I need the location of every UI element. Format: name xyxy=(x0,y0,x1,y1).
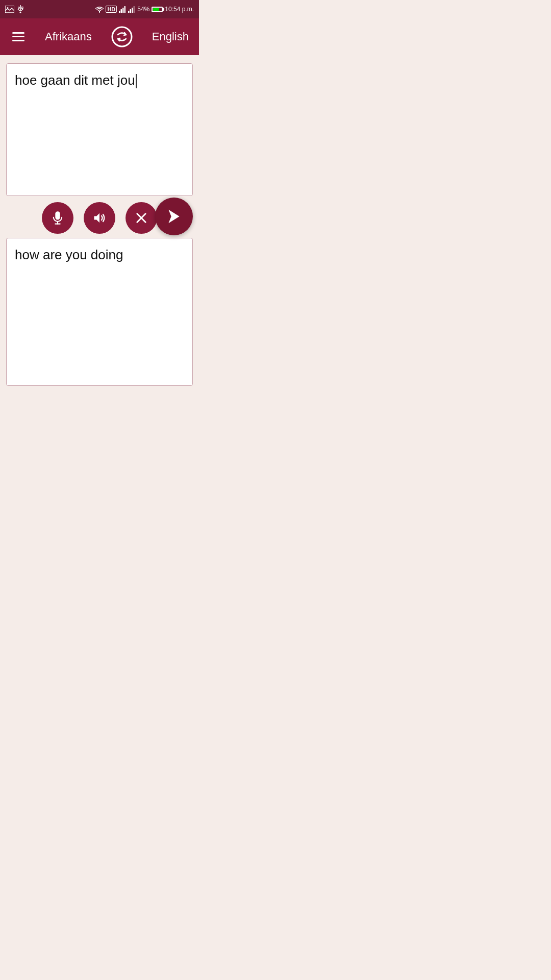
battery-percent: 54% xyxy=(137,6,149,13)
source-text[interactable]: hoe gaan dit met jou xyxy=(15,71,184,89)
status-right-icons: HD 54% 10:54 p.m. xyxy=(95,6,194,13)
target-text: how are you doing xyxy=(15,246,184,264)
swap-icon xyxy=(111,26,133,47)
menu-line-3 xyxy=(12,40,24,41)
speaker-button[interactable] xyxy=(84,202,115,234)
battery-icon xyxy=(152,7,163,12)
microphone-button[interactable] xyxy=(42,202,73,234)
svg-rect-9 xyxy=(121,9,122,13)
header: Afrikaans English xyxy=(0,18,199,55)
svg-rect-11 xyxy=(124,6,126,13)
text-cursor xyxy=(136,74,137,88)
controls-area xyxy=(6,195,193,238)
image-icon xyxy=(5,6,14,13)
wifi-status-icon xyxy=(95,6,104,13)
send-icon xyxy=(166,208,182,225)
menu-button[interactable] xyxy=(10,30,27,43)
svg-marker-19 xyxy=(94,213,100,223)
swap-languages-button[interactable] xyxy=(110,25,134,48)
svg-point-7 xyxy=(20,12,21,13)
main-content: hoe gaan dit met jou xyxy=(0,63,199,386)
svg-rect-14 xyxy=(132,8,133,13)
clear-icon xyxy=(134,211,148,225)
status-bar: HD 54% 10:54 p.m. xyxy=(0,0,199,18)
svg-point-16 xyxy=(112,27,132,46)
target-text-content: how are you doing xyxy=(15,247,123,262)
svg-marker-22 xyxy=(168,210,179,224)
time-display: 10:54 p.m. xyxy=(165,6,194,13)
svg-rect-15 xyxy=(134,6,135,13)
microphone-icon xyxy=(51,211,65,225)
svg-rect-13 xyxy=(130,9,132,13)
menu-line-2 xyxy=(12,36,24,38)
source-text-content: hoe gaan dit met jou xyxy=(15,72,135,88)
svg-rect-12 xyxy=(128,11,130,13)
speaker-icon xyxy=(92,211,107,225)
menu-line-1 xyxy=(12,32,24,34)
usb-icon xyxy=(17,5,23,13)
svg-rect-8 xyxy=(119,11,120,13)
target-language-label[interactable]: English xyxy=(152,30,189,43)
translate-send-button[interactable] xyxy=(155,198,193,235)
signal-icon-2 xyxy=(128,6,135,13)
svg-rect-10 xyxy=(122,8,124,13)
svg-rect-6 xyxy=(21,7,23,9)
status-left-icons xyxy=(5,5,23,13)
hd-badge: HD xyxy=(106,6,117,13)
source-text-panel[interactable]: hoe gaan dit met jou xyxy=(6,63,193,196)
svg-point-5 xyxy=(18,7,20,9)
clear-button[interactable] xyxy=(126,202,157,234)
target-text-panel: how are you doing xyxy=(6,238,193,386)
source-language-label[interactable]: Afrikaans xyxy=(45,30,92,43)
signal-icon-1 xyxy=(119,6,126,13)
